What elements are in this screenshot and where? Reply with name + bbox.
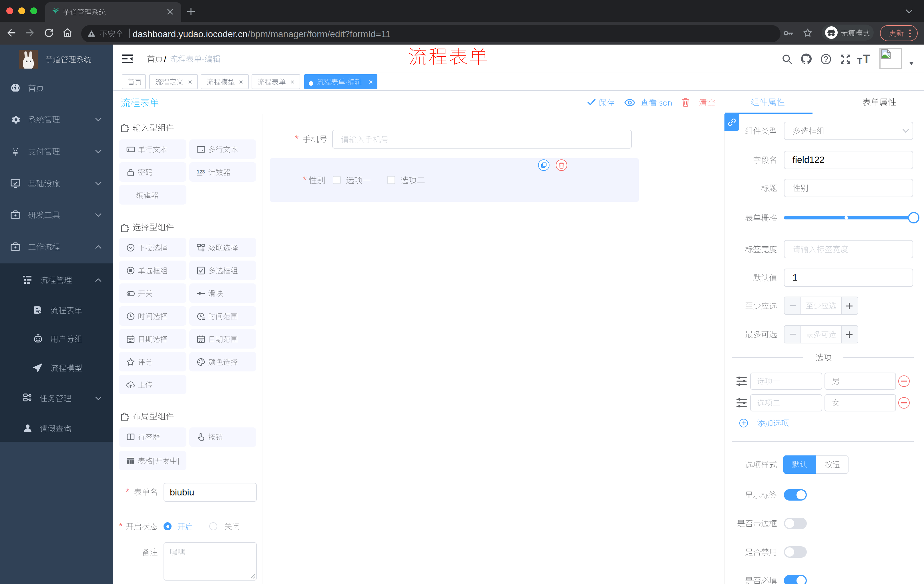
svg-text:123: 123 [196,169,205,174]
